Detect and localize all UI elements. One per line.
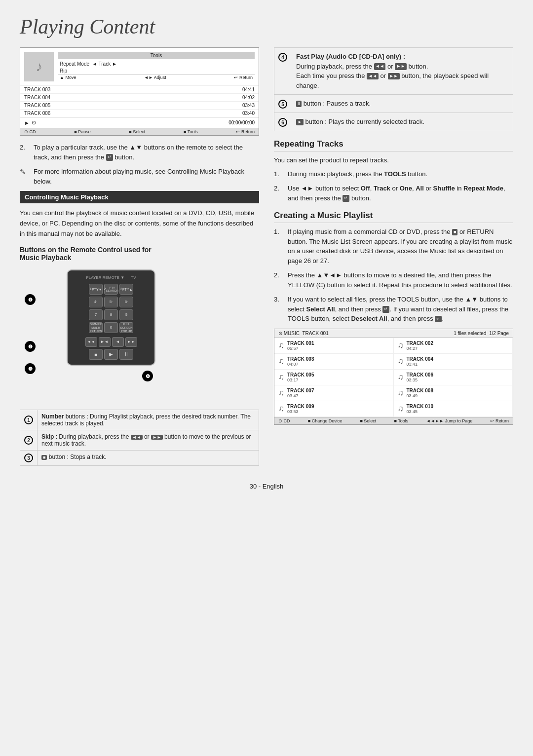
track-list-row-4: TRACK 006 03:40 bbox=[20, 109, 259, 117]
feature-row-3: 3 ■ button : Stops a track. bbox=[20, 451, 259, 466]
feature-text-1: Number buttons : During Playlist playbac… bbox=[38, 410, 259, 430]
repeating-step-2-text: Use ◄► button to select Off, Track or On… bbox=[288, 184, 513, 203]
enter-btn-3b: ↵ bbox=[435, 316, 442, 323]
step-2-num: 2. bbox=[20, 143, 30, 162]
remote-btn-6[interactable]: 6· bbox=[119, 297, 133, 307]
music-note-3: ♫ bbox=[278, 357, 284, 366]
remote-diagram: ❶ ❷ ❸ ❹ ❺ ❻ PLAYER REMOTE ▼ TV 1PTY▼ 2PT… bbox=[20, 265, 158, 403]
remote-btn-popup[interactable]: FULLSCREENPOP UP bbox=[119, 322, 133, 333]
creating-playlist-header: Creating a Music Playlist bbox=[274, 211, 513, 223]
music-track-time-6: 03:35 bbox=[407, 378, 433, 382]
right-feature-text-6: ► button : Plays the currently selected … bbox=[296, 117, 424, 127]
repeat-mode-word: Repeat Mode bbox=[463, 185, 503, 192]
remote-btn-prev-skip[interactable]: ◄◄ bbox=[85, 337, 97, 347]
music-track-time-8: 03:49 bbox=[407, 393, 433, 398]
track-list-row-2: TRACK 004 04:02 bbox=[20, 93, 259, 101]
music-note-7: ♫ bbox=[278, 388, 284, 397]
feature-label-1: Number bbox=[41, 413, 64, 420]
track-name: TRACK 003 bbox=[24, 87, 50, 92]
music-track-name-3: TRACK 003 bbox=[287, 356, 314, 362]
fwd-icon-2: ►► bbox=[388, 73, 400, 80]
all-word: All bbox=[416, 185, 424, 192]
shuffle-word: Shuffle bbox=[433, 185, 455, 192]
music-list-grid: ♫ TRACK 001 05:57 ♫ TRACK 002 04:27 ♫ bbox=[274, 338, 513, 417]
stop-btn-create: ■ bbox=[452, 229, 457, 236]
repeat-mode-label: Repeat Mode bbox=[60, 61, 89, 67]
remote-btn-4[interactable]: 4· bbox=[89, 297, 103, 307]
music-note-5: ♫ bbox=[278, 373, 284, 381]
remote-btn-1[interactable]: 1PTY▼ bbox=[89, 284, 103, 295]
rip-label: Rip bbox=[60, 68, 67, 74]
feature-text-2: Skip : During playback, press the ◄◄ or … bbox=[38, 430, 259, 451]
circle-3: 3 bbox=[24, 454, 33, 462]
one-word: One bbox=[400, 185, 412, 192]
music-list-item-3: ♫ TRACK 003 04:07 bbox=[274, 354, 394, 370]
feature-num-2: 2 bbox=[20, 430, 38, 451]
remote-btn-pause[interactable]: II bbox=[119, 349, 133, 360]
music-track-info-4: TRACK 004 03:41 bbox=[407, 356, 433, 367]
bottom-cd: ⊙ CD bbox=[24, 129, 36, 134]
callout-6: ❻ bbox=[142, 371, 153, 381]
album-art: ♪ bbox=[24, 52, 54, 81]
music-note-1: ♫ bbox=[278, 341, 284, 350]
music-track-time-4: 03:41 bbox=[407, 362, 433, 367]
right-circle-5: 5 bbox=[278, 100, 287, 109]
callout-3: ❸ bbox=[25, 363, 36, 374]
rew-icon-2: ◄◄ bbox=[367, 73, 379, 80]
music-track-name-5: TRACK 005 bbox=[287, 372, 314, 378]
music-track-name-9: TRACK 009 bbox=[287, 404, 314, 409]
footer-jump: ◄◄►► Jump to Page bbox=[426, 418, 473, 423]
remote-btn-stop[interactable]: ■ bbox=[89, 349, 103, 360]
music-track-info-7: TRACK 007 03:47 bbox=[287, 388, 314, 398]
remote-btn-9[interactable]: 9 bbox=[119, 309, 133, 320]
note-text: For more information about playing music… bbox=[34, 167, 259, 186]
feature-num-1: 1 bbox=[20, 410, 38, 430]
creating-step-3-num: 3. bbox=[274, 295, 284, 324]
left-column: ♪ Tools Repeat Mode ◄ Track ► Rip ▲ Move… bbox=[20, 47, 259, 473]
remote-btn-2[interactable]: 2PTY SEARCH bbox=[104, 284, 118, 295]
right-feature-num-6: 6 bbox=[278, 117, 292, 127]
track-time: 04:02 bbox=[242, 95, 255, 100]
music-note-8: ♫ bbox=[398, 388, 404, 397]
remote-body: PLAYER REMOTE ▼ TV 1PTY▼ 2PTY SEARCH 3PT… bbox=[47, 269, 155, 366]
remote-btn-0[interactable]: 0 bbox=[104, 322, 118, 333]
remote-btn-8[interactable]: 8 bbox=[104, 309, 118, 320]
player-bottom-bar: ⊙ CD ■ Pause ■ Select ■ Tools ↩ Return bbox=[20, 128, 259, 135]
remote-btn-fwd[interactable]: ►► bbox=[125, 337, 137, 347]
page-number: 30 - English bbox=[20, 483, 513, 490]
music-list-item-4: ♫ TRACK 004 03:41 bbox=[394, 354, 513, 370]
track-list-row-3: TRACK 005 03:43 bbox=[20, 101, 259, 109]
music-list-item-5: ♫ TRACK 005 03:17 bbox=[274, 370, 394, 385]
enter-btn-repeat: ↵ bbox=[343, 195, 349, 202]
remote-btn-dimmer[interactable]: DIMMERMULTIRETURN bbox=[89, 322, 103, 333]
remote-row-3: 7 8 9 bbox=[89, 309, 133, 320]
music-track-name-4: TRACK 004 bbox=[407, 356, 433, 362]
music-track-info-10: TRACK 010 03:45 bbox=[407, 404, 433, 414]
remote-btn-5[interactable]: 5· bbox=[104, 297, 118, 307]
footer-change: ■ Change Device bbox=[308, 418, 342, 423]
music-track-time-5: 03:17 bbox=[287, 378, 314, 382]
creating-step-3: 3. If you want to select all files, pres… bbox=[274, 295, 513, 324]
music-note-10: ♫ bbox=[398, 404, 404, 413]
controlling-music-body: You can control the playback of music co… bbox=[20, 208, 259, 239]
footer-return: ↩ Return bbox=[490, 418, 509, 423]
track-time: 03:43 bbox=[242, 103, 255, 108]
controlling-music-header: Controlling Music Playback bbox=[20, 191, 259, 203]
step-2-text: To play a particular track, use the ▲▼ b… bbox=[34, 143, 259, 162]
repeating-tracks-header: Repeating Tracks bbox=[274, 139, 513, 151]
right-feature-text-5: II button : Pauses a track. bbox=[296, 99, 371, 109]
track-time: 03:40 bbox=[242, 111, 255, 116]
remote-btn-play[interactable]: ► bbox=[104, 349, 118, 360]
play-icon: ► bbox=[24, 120, 30, 126]
music-list-item-6: ♫ TRACK 006 03:35 bbox=[394, 370, 513, 385]
remote-image: PLAYER REMOTE ▼ TV 1PTY▼ 2PTY SEARCH 3PT… bbox=[67, 269, 155, 366]
creating-step-1: 1. If playing music from a commercial CD… bbox=[274, 227, 513, 265]
remote-btn-next-skip[interactable]: ►◄ bbox=[99, 337, 111, 347]
remote-btn-3[interactable]: 3PTY▲ bbox=[119, 284, 133, 295]
rew-icon: ◄◄ bbox=[374, 63, 386, 70]
music-list-box: ⊙ MUSIC TRACK 001 1 files selected 1/2 P… bbox=[274, 329, 513, 425]
skip-prev-icon: ◄◄ bbox=[131, 435, 143, 440]
remote-btn-rew[interactable]: ◄ bbox=[112, 337, 124, 347]
remote-btn-7[interactable]: 7 bbox=[89, 309, 103, 320]
tools-bar: Tools bbox=[58, 52, 255, 59]
